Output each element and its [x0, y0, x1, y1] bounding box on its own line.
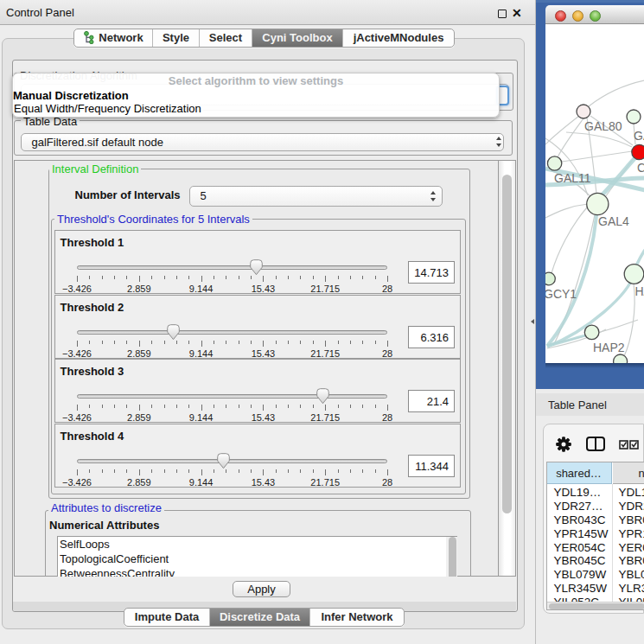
svg-text:GA: GA: [634, 129, 644, 143]
svg-text:GCY1: GCY1: [545, 287, 577, 301]
svg-text:CY: CY: [637, 161, 644, 175]
svg-text:HAP2: HAP2: [593, 341, 625, 354]
svg-text:GAL80: GAL80: [584, 119, 622, 133]
svg-text:GAL11: GAL11: [554, 171, 591, 185]
svg-text:HA: HA: [635, 284, 644, 298]
svg-text:GAL4: GAL4: [598, 214, 629, 228]
